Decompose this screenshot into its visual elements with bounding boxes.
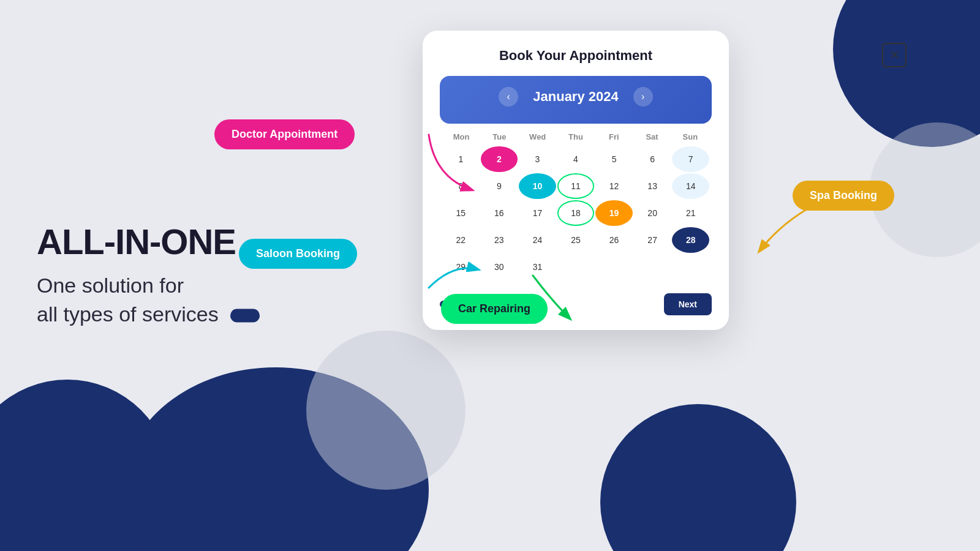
day-cell[interactable] bbox=[634, 254, 671, 280]
day-cell[interactable]: 27 bbox=[634, 227, 671, 253]
calendar-grid: Mon Tue Wed Thu Fri Sat Sun 123456789101… bbox=[440, 124, 712, 282]
day-cell[interactable]: 22 bbox=[442, 227, 480, 253]
day-cell[interactable]: 5 bbox=[595, 146, 633, 172]
close-button[interactable]: ✕ bbox=[882, 43, 907, 67]
bg-blob-mid-left bbox=[306, 331, 466, 490]
day-headers: Mon Tue Wed Thu Fri Sat Sun bbox=[442, 130, 709, 144]
day-cell[interactable]: 16 bbox=[481, 200, 518, 226]
calendar-header: ‹ January 2024 › bbox=[440, 76, 712, 124]
day-header-tue: Tue bbox=[480, 130, 518, 144]
day-cell[interactable] bbox=[672, 254, 709, 280]
day-cell[interactable]: 29 bbox=[442, 254, 480, 280]
day-cell[interactable]: 10 bbox=[519, 173, 556, 199]
month-label: January 2024 bbox=[533, 89, 618, 105]
month-nav: ‹ January 2024 › bbox=[452, 87, 699, 107]
day-cell[interactable]: 23 bbox=[481, 227, 518, 253]
days-grid: 1234567891011121314151617181920212223242… bbox=[442, 146, 709, 280]
day-cell[interactable]: 4 bbox=[557, 146, 595, 172]
day-header-sat: Sat bbox=[633, 130, 671, 144]
left-section: ALL-IN-ONE One solution for all types of… bbox=[37, 222, 260, 329]
day-cell[interactable]: 21 bbox=[672, 200, 709, 226]
day-header-fri: Fri bbox=[595, 130, 633, 144]
day-cell[interactable]: 8 bbox=[442, 173, 480, 199]
day-cell[interactable]: 30 bbox=[481, 254, 518, 280]
day-cell[interactable]: 2 bbox=[481, 146, 518, 172]
day-cell[interactable]: 9 bbox=[481, 173, 518, 199]
day-cell[interactable]: 25 bbox=[557, 227, 595, 253]
bg-blob-bottom-right bbox=[600, 404, 796, 551]
day-cell[interactable]: 28 bbox=[672, 227, 709, 253]
day-cell[interactable]: 3 bbox=[519, 146, 556, 172]
prev-month-button[interactable]: ‹ bbox=[499, 87, 518, 107]
day-cell[interactable]: 18 bbox=[557, 200, 595, 226]
day-cell[interactable]: 20 bbox=[634, 200, 671, 226]
booking-card: Book Your Appointment ‹ January 2024 › M… bbox=[423, 31, 729, 330]
day-cell[interactable]: 11 bbox=[557, 173, 595, 199]
card-title: Book Your Appointment bbox=[440, 48, 712, 64]
next-month-button[interactable]: › bbox=[633, 87, 653, 107]
next-button[interactable]: Next bbox=[664, 293, 712, 315]
day-cell[interactable]: 17 bbox=[519, 200, 556, 226]
spa-booking-tag[interactable]: Spa Booking bbox=[793, 181, 894, 211]
day-header-wed: Wed bbox=[519, 130, 557, 144]
day-cell[interactable]: 15 bbox=[442, 200, 480, 226]
day-cell[interactable]: 26 bbox=[595, 227, 633, 253]
day-cell[interactable]: 7 bbox=[672, 146, 709, 172]
day-cell[interactable]: 13 bbox=[634, 173, 671, 199]
day-cell[interactable]: 19 bbox=[595, 200, 633, 226]
saloon-booking-tag[interactable]: Saloon Booking bbox=[239, 239, 357, 269]
day-cell[interactable]: 1 bbox=[442, 146, 480, 172]
sub-title: One solution for all types of services bbox=[37, 271, 260, 329]
day-header-sun: Sun bbox=[671, 130, 709, 144]
day-header-mon: Mon bbox=[442, 130, 480, 144]
day-cell[interactable]: 14 bbox=[672, 173, 709, 199]
blue-pill-icon bbox=[230, 309, 260, 323]
bg-blob-top-right bbox=[833, 0, 980, 147]
day-cell[interactable]: 24 bbox=[519, 227, 556, 253]
day-cell[interactable] bbox=[557, 254, 595, 280]
day-cell[interactable]: 6 bbox=[634, 146, 671, 172]
day-header-thu: Thu bbox=[557, 130, 595, 144]
doctor-appointment-tag[interactable]: Doctor Appointment bbox=[214, 119, 355, 149]
day-cell[interactable]: 12 bbox=[595, 173, 633, 199]
main-title: ALL-IN-ONE bbox=[37, 222, 260, 261]
day-cell[interactable] bbox=[595, 254, 633, 280]
day-cell[interactable]: 31 bbox=[519, 254, 556, 280]
car-repairing-tag[interactable]: Car Repairing bbox=[441, 294, 548, 324]
